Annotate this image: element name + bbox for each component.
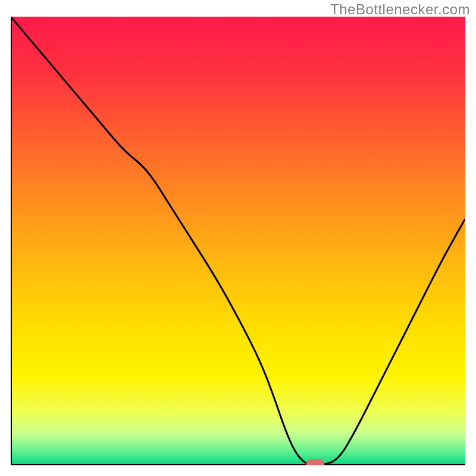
optimal-marker bbox=[306, 459, 325, 465]
plot-area bbox=[11, 17, 465, 465]
gradient-background bbox=[11, 17, 465, 465]
watermark-text: TheBottlenecker.com bbox=[330, 1, 470, 18]
bottleneck-chart bbox=[11, 17, 465, 465]
chart-stage: TheBottlenecker.com bbox=[0, 0, 476, 476]
